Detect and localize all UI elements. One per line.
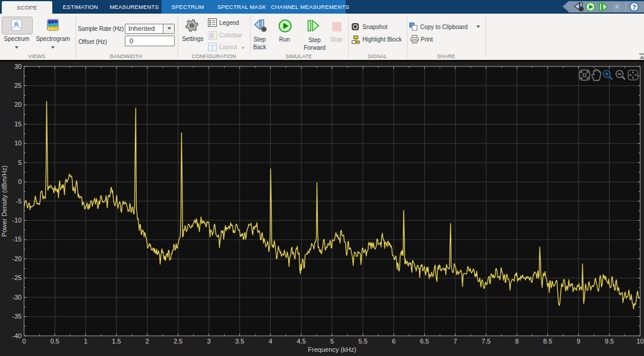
svg-text:9: 9 — [577, 338, 580, 345]
svg-text:2.5: 2.5 — [173, 338, 182, 345]
svg-text:-5: -5 — [16, 198, 22, 205]
svg-text:3.5: 3.5 — [235, 338, 244, 345]
svg-text:6.5: 6.5 — [420, 338, 429, 345]
svg-text:-40: -40 — [12, 332, 22, 339]
svg-text:0: 0 — [22, 338, 26, 345]
svg-text:4.5: 4.5 — [297, 338, 306, 345]
svg-text:3: 3 — [207, 338, 211, 345]
svg-text:25: 25 — [14, 82, 21, 89]
svg-text:-10: -10 — [12, 217, 22, 224]
svg-text:5: 5 — [330, 338, 334, 345]
svg-text:5: 5 — [18, 159, 21, 166]
svg-text:Frequency (kHz): Frequency (kHz) — [308, 346, 356, 353]
svg-text:2: 2 — [146, 338, 149, 345]
svg-text:10: 10 — [14, 139, 21, 147]
svg-text:10: 10 — [636, 338, 643, 345]
svg-text:0.5: 0.5 — [50, 338, 59, 345]
svg-text:8.5: 8.5 — [543, 338, 552, 345]
svg-text:4: 4 — [269, 338, 272, 345]
svg-text:9.5: 9.5 — [605, 338, 614, 345]
svg-text:-20: -20 — [12, 255, 22, 262]
svg-text:0: 0 — [18, 178, 21, 185]
svg-text:1: 1 — [84, 338, 87, 345]
svg-text:Power Density (dBm/Hz): Power Density (dBm/Hz) — [1, 166, 8, 237]
svg-text:7.5: 7.5 — [482, 338, 491, 345]
svg-text:-35: -35 — [12, 313, 22, 320]
svg-text:-25: -25 — [12, 274, 22, 281]
svg-text:-30: -30 — [12, 294, 22, 301]
svg-text:-15: -15 — [12, 236, 22, 243]
svg-text:30: 30 — [14, 63, 21, 70]
svg-text:15: 15 — [14, 120, 21, 128]
svg-text:1.5: 1.5 — [112, 338, 121, 345]
svg-text:?: ? — [632, 3, 636, 11]
svg-text:20: 20 — [14, 101, 21, 108]
svg-text:7: 7 — [453, 338, 457, 345]
svg-text:6: 6 — [392, 338, 396, 345]
svg-text:5.5: 5.5 — [358, 338, 367, 345]
svg-text:8: 8 — [515, 338, 519, 345]
